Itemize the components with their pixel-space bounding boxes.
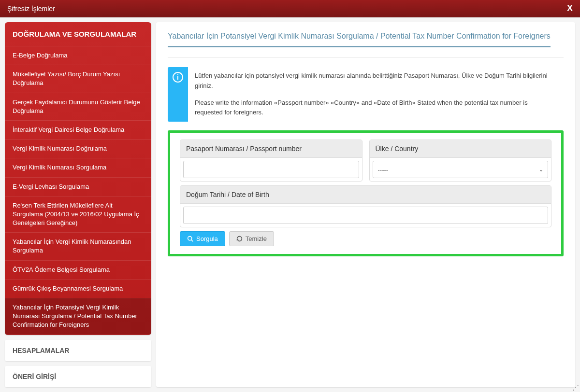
page-title: Yabancılar İçin Potansiyel Vergi Kimlik …	[168, 32, 551, 47]
form-group-passport: Pasaport Numarası / Passport number	[180, 140, 362, 182]
sidebar-section-suggestions[interactable]: ÖNERİ GİRİŞİ	[5, 366, 151, 387]
refresh-icon	[236, 236, 243, 242]
sidebar-item-otv2a[interactable]: ÖTV2A Ödeme Belgesi Sorgulama	[5, 260, 151, 279]
clear-button-label: Temizle	[246, 235, 267, 242]
sidebar: DOĞRULAMA VE SORGULAMALAR E-Belge Doğrul…	[5, 22, 151, 387]
form-group-country: Ülke / Country ----- ⌄	[369, 140, 552, 182]
info-text-tr: Lütfen yabancılar için potansiyel vergi …	[195, 71, 557, 91]
main-panel: Yabancılar İçin Potansiyel Vergi Kimlik …	[156, 22, 575, 387]
info-icon-wrap: i	[168, 67, 188, 122]
modal-header: Şifresiz İşlemler X	[0, 0, 580, 17]
query-button-label: Sorgula	[196, 235, 218, 242]
sidebar-item-vkn-sorgulama[interactable]: Vergi Kimlik Numarası Sorgulama	[5, 158, 151, 177]
form-highlight: Pasaport Numarası / Passport number Ülke…	[168, 130, 564, 256]
form-row-2: Doğum Tarihi / Date of Birth	[180, 185, 551, 227]
sidebar-item-yabanci-vkn[interactable]: Yabancılar İçin Vergi Kimlik Numarasında…	[5, 232, 151, 260]
sidebar-header-suggestions: ÖNERİ GİRİŞİ	[5, 366, 151, 387]
search-icon	[187, 236, 193, 242]
info-icon: i	[173, 72, 183, 83]
info-text-en: Please write the information «Passport n…	[195, 98, 557, 118]
sidebar-header-calculations: HESAPLAMALAR	[5, 340, 151, 361]
sidebar-item-resen-terk[interactable]: Re'sen Terk Ettirilen Mükelleflere Ait S…	[5, 196, 151, 233]
sidebar-item-vkn-dogrulama[interactable]: Vergi Kimlik Numarası Doğrulama	[5, 139, 151, 158]
modal-title: Şifresiz İşlemler	[7, 5, 55, 13]
country-select[interactable]: -----	[373, 161, 549, 178]
sidebar-header-verification[interactable]: DOĞRULAMA VE SORGULAMALAR	[5, 22, 151, 46]
sidebar-section-verification: DOĞRULAMA VE SORGULAMALAR E-Belge Doğrul…	[5, 22, 151, 335]
form-group-dob: Doğum Tarihi / Date of Birth	[180, 185, 551, 227]
resize-handle-icon[interactable]: ⋰	[572, 384, 579, 391]
dob-input[interactable]	[183, 207, 548, 224]
close-button[interactable]: X	[567, 3, 573, 14]
sidebar-item-gercek-faydalanici[interactable]: Gerçek Faydalanıcı Durumunu Gösterir Bel…	[5, 93, 151, 120]
main-container: DOĞRULAMA VE SORGULAMALAR E-Belge Doğrul…	[0, 17, 580, 392]
sidebar-item-interaktif[interactable]: İnteraktif Vergi Dairesi Belge Doğrulama	[5, 120, 151, 139]
svg-point-4	[188, 237, 192, 240]
country-label: Ülke / Country	[370, 140, 551, 158]
info-box: i Lütfen yabancılar için potansiyel verg…	[168, 67, 564, 122]
button-row: Sorgula Temizle	[180, 231, 551, 246]
clear-button[interactable]: Temizle	[229, 231, 274, 246]
form-row-1: Pasaport Numarası / Passport number Ülke…	[180, 140, 551, 182]
info-text: Lütfen yabancılar için potansiyel vergi …	[188, 67, 564, 122]
dob-label: Doğum Tarihi / Date of Birth	[180, 186, 551, 204]
query-button[interactable]: Sorgula	[180, 231, 225, 246]
sidebar-item-potential-tax[interactable]: Yabancılar İçin Potansiyel Vergi Kimlik …	[5, 298, 151, 335]
passport-label: Pasaport Numarası / Passport number	[180, 140, 362, 158]
svg-line-5	[191, 240, 193, 241]
passport-input[interactable]	[183, 161, 359, 178]
page-title-wrap: Yabancılar İçin Potansiyel Vergi Kimlik …	[168, 32, 564, 57]
sidebar-item-evergi-levhasi[interactable]: E-Vergi Levhası Sorgulama	[5, 177, 151, 196]
sidebar-section-calculations[interactable]: HESAPLAMALAR	[5, 340, 151, 361]
sidebar-item-mukellefiyet[interactable]: Mükellefiyet Yazısı/ Borç Durum Yazısı D…	[5, 65, 151, 92]
sidebar-item-edevlet[interactable]: e-Devlet Üzerinden Yapılan Ödemelere Ait…	[5, 335, 151, 335]
sidebar-item-ebelge[interactable]: E-Belge Doğrulama	[5, 46, 151, 65]
sidebar-item-gumruk[interactable]: Gümrük Çıkış Beyannamesi Sorgulama	[5, 279, 151, 298]
